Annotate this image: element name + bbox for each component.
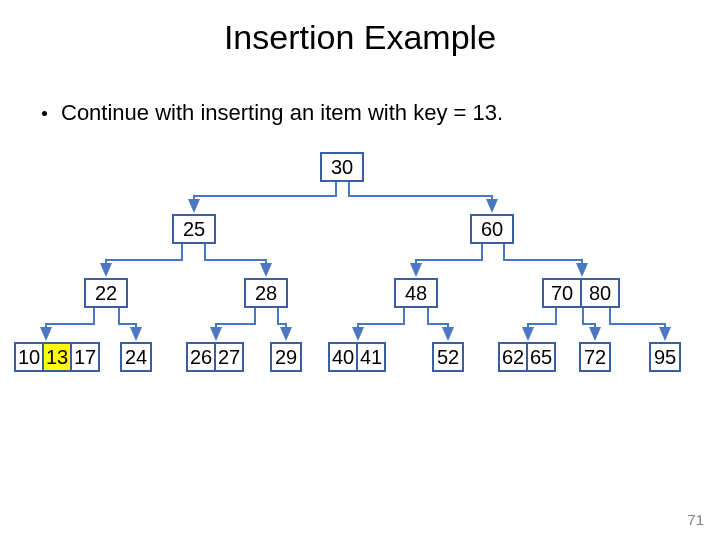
leaf-52: 52: [432, 342, 464, 372]
leaf-24: 24: [120, 342, 152, 372]
leaf-26: 26: [186, 342, 216, 372]
node-root: 30: [320, 152, 364, 182]
node-22: 22: [84, 278, 128, 308]
node-70: 70: [542, 278, 582, 308]
leaf-29: 29: [270, 342, 302, 372]
node-25: 25: [172, 214, 216, 244]
node-80: 80: [580, 278, 620, 308]
slide: Insertion Example Continue with insertin…: [0, 0, 720, 540]
bullet-line: Continue with inserting an item with key…: [42, 100, 503, 126]
node-28: 28: [244, 278, 288, 308]
node-60: 60: [470, 214, 514, 244]
leaf-62: 62: [498, 342, 528, 372]
leaf-95: 95: [649, 342, 681, 372]
node-48: 48: [394, 278, 438, 308]
leaf-27: 27: [214, 342, 244, 372]
tree-diagram: 30 25 60 22 28 48 70 80 10 13 17 24 26 2…: [0, 150, 720, 450]
leaf-72: 72: [579, 342, 611, 372]
leaf-40: 40: [328, 342, 358, 372]
leaf-13-highlight: 13: [42, 342, 72, 372]
slide-title: Insertion Example: [0, 18, 720, 57]
bullet-text: Continue with inserting an item with key…: [61, 100, 503, 126]
leaf-41: 41: [356, 342, 386, 372]
leaf-10: 10: [14, 342, 44, 372]
page-number: 71: [687, 511, 704, 528]
leaf-17: 17: [70, 342, 100, 372]
bullet-icon: [42, 111, 47, 116]
leaf-65: 65: [526, 342, 556, 372]
